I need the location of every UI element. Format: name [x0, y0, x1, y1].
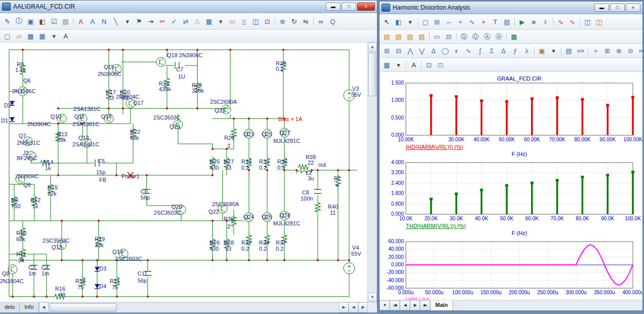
- zoom-100-button[interactable]: 100: [636, 46, 644, 57]
- swap-button[interactable]: ⇄: [180, 16, 192, 27]
- image-button[interactable]: ▩: [25, 30, 36, 42]
- binoculars-button[interactable]: ∞: [315, 16, 327, 27]
- zoom-mode-button[interactable]: ⊞: [431, 16, 443, 27]
- cursor-cross-button[interactable]: +: [590, 46, 601, 57]
- delete-plot-button[interactable]: ▤: [393, 31, 404, 43]
- restore-scale-button[interactable]: ⓔ: [493, 31, 505, 43]
- run-button[interactable]: ▶: [516, 16, 528, 27]
- lambda-button[interactable]: λ: [521, 46, 533, 57]
- vertical-scroll-track[interactable]: [368, 52, 377, 293]
- numeric-output-button[interactable]: 123: [575, 46, 586, 57]
- pan-mode-button[interactable]: +: [454, 16, 466, 27]
- grid-button[interactable]: ▦: [203, 16, 215, 27]
- integral-button[interactable]: ∫: [474, 46, 486, 57]
- thd-chart[interactable]: 0.0000.8001.6002.4003.2004.00010.0K20.0K…: [380, 159, 642, 238]
- next-page-button[interactable]: ▶: [410, 300, 420, 310]
- copy-back-button[interactable]: ⊡: [435, 59, 446, 70]
- probe-button[interactable]: ◫: [593, 16, 605, 27]
- prev-page-button[interactable]: ◀: [400, 300, 410, 310]
- rotate-button[interactable]: ↻: [288, 16, 300, 27]
- vertical-scrollbar[interactable]: ▲ ▼: [367, 43, 377, 302]
- schematic-titlebar[interactable]: AAL\GRAAL_FCD.CIR ▬ □ ×: [0, 1, 377, 13]
- graph-props-button[interactable]: ▦: [508, 31, 520, 43]
- zoom-q2-button[interactable]: Ⓠ: [470, 31, 481, 43]
- component-drop-button[interactable]: ▾: [122, 16, 133, 27]
- clipboard-drop-button[interactable]: ▾: [548, 46, 559, 57]
- clipboard-button[interactable]: ▣: [536, 46, 548, 57]
- warning-button[interactable]: ⚠: [192, 16, 203, 27]
- mirror-button[interactable]: ⇋: [300, 16, 312, 27]
- stop-button[interactable]: ■: [528, 16, 540, 27]
- schematic-canvas[interactable]: Q18 2N3906CR81.1kQ152N3906CC71UR350.2Q62…: [0, 43, 367, 302]
- plot-group-button[interactable]: ▤: [404, 31, 416, 43]
- grid2-drop-button[interactable]: ▾: [48, 30, 60, 42]
- tile-h-button[interactable]: ⊞: [381, 46, 393, 57]
- analysis-maximize-button[interactable]: □: [610, 4, 625, 12]
- copy-front-button[interactable]: ⊡: [423, 59, 435, 70]
- fft-small-button[interactable]: ∿: [463, 46, 474, 57]
- tab-models[interactable]: dels: [0, 302, 20, 312]
- stamp-button[interactable]: ⊡: [261, 16, 273, 27]
- tile-v-button[interactable]: ⊟: [393, 46, 404, 57]
- polar-plot-button[interactable]: ◐: [451, 46, 463, 57]
- scroll-left-button[interactable]: ◀: [39, 302, 49, 312]
- cursor-mode-button[interactable]: ∿: [466, 16, 478, 27]
- last-page-button[interactable]: ▶|: [420, 300, 430, 310]
- add-plot-button[interactable]: ▤: [381, 31, 393, 43]
- step-button[interactable]: ⇥: [145, 16, 157, 27]
- cursor-button[interactable]: ↖: [381, 16, 393, 27]
- split-graph-button[interactable]: ⊟: [443, 31, 454, 43]
- check-model-button[interactable]: ☑: [48, 16, 60, 27]
- tab-main[interactable]: Main: [430, 300, 453, 310]
- pane-left-button[interactable]: ◀: [349, 302, 358, 312]
- grid3-button[interactable]: ▦: [381, 59, 393, 70]
- zoom-auto-button[interactable]: Ⓐ: [481, 31, 493, 43]
- edit-mode-button[interactable]: ✎: [2, 16, 13, 27]
- tag-button[interactable]: ▱: [13, 30, 25, 42]
- function-button[interactable]: ƒ: [509, 46, 521, 57]
- find-button[interactable]: Q: [327, 16, 338, 27]
- vrl-chart[interactable]: 60.00040.00020.0000.000-20.000-40.000-60…: [380, 238, 642, 300]
- scroll-right-button[interactable]: ▶: [339, 302, 349, 312]
- delta-button[interactable]: Δ: [498, 46, 509, 57]
- data-points-button[interactable]: ▤: [563, 46, 575, 57]
- series-label[interactable]: THD(HARM(V(RL))) (%): [406, 223, 466, 229]
- maximize-button[interactable]: □: [342, 3, 356, 11]
- select-mode-button[interactable]: ▢: [420, 16, 431, 27]
- diagonal-wire-button[interactable]: ╲: [110, 16, 122, 27]
- fft-window-button[interactable]: ∿: [566, 16, 578, 27]
- wire-n-button[interactable]: N: [98, 16, 110, 27]
- grid-small-button[interactable]: ⊞: [601, 46, 613, 57]
- font-button[interactable]: A: [60, 30, 71, 42]
- horizontal-scroll-thumb[interactable]: [50, 303, 117, 312]
- grid3-drop-button[interactable]: ▾: [393, 59, 404, 70]
- scale-mode-button[interactable]: ⇔: [443, 16, 454, 27]
- pause-button[interactable]: ‖: [540, 16, 551, 27]
- add-graph-button[interactable]: ◧: [393, 16, 404, 27]
- scroll-down-button[interactable]: ▼: [368, 293, 377, 302]
- slope-button[interactable]: ∆: [428, 46, 439, 57]
- properties-button[interactable]: ▤: [501, 16, 513, 27]
- spreadsheet-button[interactable]: ▤: [60, 16, 71, 27]
- info-button[interactable]: ⓘ: [13, 16, 25, 27]
- pane-right-button[interactable]: ▶: [358, 302, 368, 312]
- grid2-button[interactable]: ▦: [36, 30, 48, 42]
- zoom-q1-button[interactable]: Ⓠ: [458, 31, 470, 43]
- peak-button[interactable]: ⋀: [404, 46, 416, 57]
- analysis-minimize-button[interactable]: ▬: [594, 4, 609, 12]
- valley-button[interactable]: ⋁: [416, 46, 428, 57]
- analysis-titlebar[interactable]: Harmonic Distortion Analysis ▬ □ ×: [380, 2, 642, 14]
- plot-stack-button[interactable]: ▤: [416, 31, 428, 43]
- display-button[interactable]: ▣: [25, 16, 36, 27]
- sum-button[interactable]: Σ: [486, 46, 498, 57]
- add-graph-drop-button[interactable]: ▾: [404, 16, 416, 27]
- wire-a-button[interactable]: A: [87, 16, 98, 27]
- first-page-button[interactable]: |◀: [390, 300, 400, 310]
- vertical-scroll-thumb[interactable]: [368, 53, 376, 96]
- enable-button[interactable]: ✓: [168, 16, 180, 27]
- horizontal-scrollbar[interactable]: [49, 302, 339, 312]
- title-block-button[interactable]: ▯: [238, 16, 250, 27]
- ihd-chart[interactable]: GRAAL_FCD.CIR0.0000.5001.0001.50010.00K3…: [380, 75, 642, 159]
- grid-drop-button[interactable]: ▾: [215, 16, 226, 27]
- text-mode-button[interactable]: A: [75, 16, 87, 27]
